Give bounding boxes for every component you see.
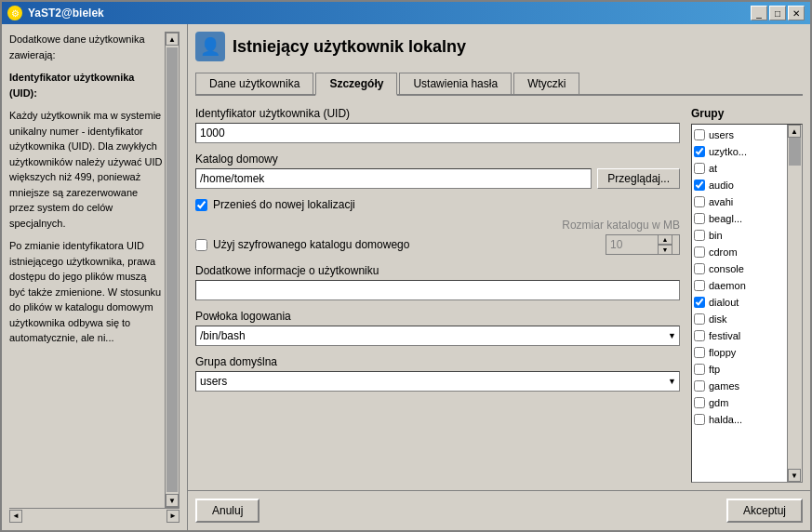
size-spinbox-buttons: ▲ ▼ — [658, 234, 672, 255]
group-checkbox-ftp[interactable] — [694, 364, 705, 375]
list-item: users — [694, 126, 785, 143]
tab-szczegoly[interactable]: Szczegóły — [315, 73, 397, 96]
groups-scroll-thumb[interactable] — [789, 138, 801, 166]
list-item: bin — [694, 227, 785, 244]
group-name-daemon: daemon — [709, 280, 746, 291]
home-input[interactable] — [195, 168, 592, 189]
content-area: 👤 Istniejący użytkownik lokalny Dane uży… — [188, 24, 810, 530]
dialog-title: Istniejący użytkownik lokalny — [233, 37, 466, 57]
uid-label: Identyfikator użytkownika (UID) — [195, 107, 680, 120]
group-checkbox-disk[interactable] — [694, 313, 705, 325]
groups-items: users uzytko... at — [692, 125, 787, 482]
groups-vertical-scrollbar: ▲ ▼ — [787, 125, 802, 482]
list-item: cdrom — [694, 244, 785, 260]
maximize-button[interactable]: □ — [769, 6, 786, 20]
sidebar-scroll-thumb[interactable] — [166, 47, 178, 492]
browse-button[interactable]: Przeglądaj... — [597, 168, 680, 189]
group-checkbox-users[interactable] — [694, 129, 705, 140]
tab-wtyczki[interactable]: Wtyczki — [513, 73, 579, 94]
list-item: disk — [694, 311, 785, 327]
group-checkbox-bin[interactable] — [694, 230, 705, 241]
sidebar-scroll-up[interactable]: ▲ — [166, 33, 179, 46]
move-checkbox[interactable] — [195, 199, 207, 211]
accept-button[interactable]: Akceptuj — [726, 499, 803, 523]
group-select[interactable]: users audio video dialout — [195, 371, 680, 392]
group-checkbox-floppy[interactable] — [694, 347, 705, 358]
cancel-button[interactable]: Anuluj — [195, 499, 260, 523]
bottom-bar: Anuluj Akceptuj — [188, 490, 810, 530]
dialog-header: 👤 Istniejący użytkownik lokalny — [195, 32, 803, 61]
minimize-button[interactable]: _ — [751, 6, 767, 20]
list-item: festival — [694, 327, 785, 344]
sidebar-scroll-right[interactable]: ► — [166, 510, 180, 523]
group-checkbox-uzytko[interactable] — [694, 146, 705, 157]
group-checkbox-festival[interactable] — [694, 330, 705, 341]
list-item: games — [694, 378, 785, 394]
uid-input[interactable] — [195, 123, 680, 143]
shell-select[interactable]: /bin/bash /bin/sh /bin/csh /bin/zsh — [195, 326, 680, 346]
group-checkbox-cdrom[interactable] — [694, 246, 705, 258]
size-input[interactable] — [606, 236, 658, 253]
form-area: Identyfikator użytkownika (UID) Katalog … — [195, 107, 803, 483]
list-item: floppy — [694, 344, 785, 361]
group-name-console: console — [709, 263, 744, 274]
sidebar-scroll-area: Dodatkowe dane użytkownika zawierają: Id… — [9, 32, 180, 508]
sidebar-scroll-down[interactable]: ▼ — [166, 494, 179, 507]
group-checkbox-halda[interactable] — [694, 414, 705, 425]
groups-list: users uzytko... at — [691, 124, 803, 483]
group-checkbox-dialout[interactable] — [694, 297, 705, 308]
group-checkbox-gdm[interactable] — [694, 397, 705, 408]
encrypted-label: Użyj szyfrowanego katalogu domowego — [213, 238, 409, 251]
size-spinbox-up[interactable]: ▲ — [658, 234, 672, 245]
shell-group: Powłoka logowania /bin/bash /bin/sh /bin… — [195, 310, 680, 346]
group-checkbox-beagl[interactable] — [694, 213, 705, 224]
group-name-floppy: floppy — [709, 347, 736, 358]
group-checkbox-games[interactable] — [694, 380, 705, 392]
sidebar-scroll-left[interactable]: ◄ — [9, 510, 22, 523]
main-window: ⚙ YaST2@bielek _ □ ✕ Dodatkowe dane użyt… — [0, 0, 812, 532]
tab-bar: Dane użytkownika Szczegóły Ustawienia ha… — [195, 73, 803, 96]
additional-group: Dodatkowe informacje o użytkowniku — [195, 264, 680, 300]
encrypted-row: Użyj szyfrowanego katalogu domowego ▲ ▼ — [195, 234, 680, 255]
list-item: avahi — [694, 193, 785, 210]
group-checkbox-audio[interactable] — [694, 180, 705, 191]
encrypted-checkbox[interactable] — [195, 239, 207, 251]
sidebar-intro: Dodatkowe dane użytkownika zawierają: — [9, 32, 163, 62]
title-bar: ⚙ YaST2@bielek _ □ ✕ — [2, 2, 810, 24]
group-checkbox-console[interactable] — [694, 263, 705, 274]
group-checkbox-avahi[interactable] — [694, 196, 705, 207]
group-name-ftp: ftp — [709, 364, 720, 375]
additional-label: Dodatkowe informacje o użytkowniku — [195, 264, 680, 277]
list-item: beagl... — [694, 210, 785, 227]
group-name-uzytko: uzytko... — [709, 146, 747, 157]
group-name-gdm: gdm — [709, 397, 728, 408]
tab-haslo[interactable]: Ustawienia hasła — [399, 73, 512, 94]
list-item: audio — [694, 177, 785, 193]
list-item: ftp — [694, 361, 785, 378]
groups-scroll-up[interactable]: ▲ — [788, 125, 801, 138]
sidebar-section-title: Identyfikator użytkownika (UID): — [9, 70, 163, 100]
groups-label: Grupy — [691, 107, 803, 120]
group-name-at: at — [709, 163, 717, 174]
group-select-wrapper: users audio video dialout — [195, 371, 680, 392]
encrypted-checkbox-row: Użyj szyfrowanego katalogu domowego — [195, 238, 596, 251]
sidebar-paragraph2: Każdy użytkownik ma w systemie unikalny … — [9, 108, 163, 231]
title-bar-left: ⚙ YaST2@bielek — [7, 6, 104, 20]
group-checkbox-daemon[interactable] — [694, 280, 705, 291]
window-body: Dodatkowe dane użytkownika zawierają: Id… — [2, 24, 810, 530]
home-row: Przeglądaj... — [195, 168, 680, 189]
group-name-halda: halda... — [709, 414, 742, 425]
move-checkbox-label: Przenieś do nowej lokalizacji — [213, 198, 355, 211]
home-group: Katalog domowy Przeglądaj... — [195, 153, 680, 189]
group-name-avahi: avahi — [709, 196, 733, 207]
move-checkbox-row: Przenieś do nowej lokalizacji — [195, 198, 680, 211]
groups-scroll-down[interactable]: ▼ — [788, 469, 801, 482]
group-checkbox-at[interactable] — [694, 163, 705, 174]
tab-dane[interactable]: Dane użytkownika — [195, 73, 313, 94]
close-button[interactable]: ✕ — [788, 6, 805, 20]
list-item: halda... — [694, 411, 785, 428]
dialog-icon: 👤 — [195, 32, 225, 61]
additional-input[interactable] — [195, 280, 680, 300]
list-item: console — [694, 260, 785, 277]
size-spinbox-down[interactable]: ▼ — [658, 245, 672, 255]
